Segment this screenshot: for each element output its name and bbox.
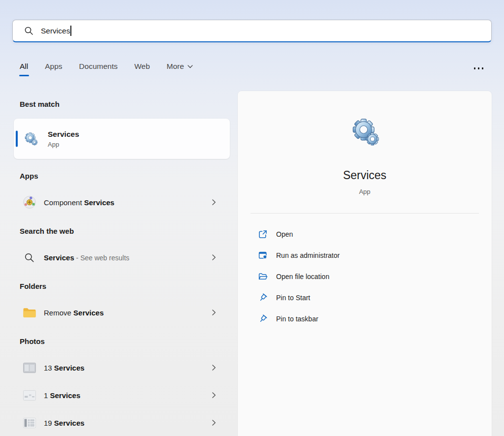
text-caret <box>70 26 71 36</box>
preview-panel: Services App Open <box>238 91 492 436</box>
selection-accent-bar <box>16 131 18 147</box>
chevron-right-icon[interactable] <box>212 199 217 206</box>
section-header-photos: Photos <box>20 337 238 346</box>
open-external-icon <box>257 229 268 239</box>
pin-icon <box>257 314 268 324</box>
windows-search-flyout: Services All Apps Documents Web More Bes… <box>0 0 504 436</box>
component-services-icon <box>22 195 36 209</box>
admin-shield-icon <box>257 250 268 260</box>
folder-open-icon <box>257 272 268 281</box>
chevron-right-icon[interactable] <box>212 364 217 371</box>
action-open[interactable]: Open <box>238 223 492 245</box>
folder-icon <box>22 307 36 318</box>
result-photo-1-services[interactable]: 1 Services <box>14 383 230 407</box>
chevron-right-icon[interactable] <box>212 419 217 426</box>
section-header-web: Search the web <box>20 227 238 236</box>
pin-icon <box>257 293 268 303</box>
divider <box>251 213 479 214</box>
chevron-down-icon <box>188 65 193 68</box>
section-header-best-match: Best match <box>20 100 238 109</box>
best-match-result[interactable]: Services App <box>14 119 230 159</box>
best-match-subtitle: App <box>48 141 79 148</box>
best-match-title: Services <box>48 130 79 139</box>
result-web-search[interactable]: Services - See web results <box>14 246 230 269</box>
chevron-right-icon[interactable] <box>212 392 217 399</box>
tab-web[interactable]: Web <box>134 62 150 72</box>
chevron-right-icon[interactable] <box>212 309 217 316</box>
section-header-folders: Folders <box>20 282 238 291</box>
result-photo-13-services[interactable]: 13 Services <box>14 356 230 379</box>
services-gears-icon <box>22 130 39 148</box>
preview-subtitle: App <box>238 188 492 195</box>
tab-apps[interactable]: Apps <box>45 62 62 72</box>
services-gears-icon-large <box>238 115 492 150</box>
search-icon <box>24 26 33 35</box>
action-open-file-location[interactable]: Open file location <box>238 266 492 287</box>
search-input[interactable]: Services <box>12 20 492 42</box>
more-options-icon[interactable] <box>473 64 485 72</box>
tab-all[interactable]: All <box>20 62 28 72</box>
search-filter-tabs: All Apps Documents Web More <box>20 62 193 72</box>
search-query-text: Services <box>41 27 70 35</box>
action-list: Open Run as administrator <box>238 223 492 329</box>
preview-title: Services <box>238 169 492 182</box>
action-pin-to-start[interactable]: Pin to Start <box>238 287 492 308</box>
section-header-apps: Apps <box>20 172 238 181</box>
tab-documents[interactable]: Documents <box>79 62 118 72</box>
photo-thumbnail-icon <box>22 390 36 401</box>
result-component-services[interactable]: Component Services <box>14 190 230 214</box>
action-run-as-administrator[interactable]: Run as administrator <box>238 245 492 266</box>
results-list: Best match <box>0 91 238 435</box>
photo-thumbnail-icon <box>22 418 36 428</box>
result-folder-remove-services[interactable]: Remove Services <box>14 301 230 324</box>
tab-more[interactable]: More <box>167 62 193 72</box>
chevron-right-icon[interactable] <box>212 254 217 261</box>
photo-thumbnail-icon <box>22 363 36 373</box>
search-icon <box>22 252 36 263</box>
result-photo-19-services[interactable]: 19 Services <box>14 411 230 435</box>
action-pin-to-taskbar[interactable]: Pin to taskbar <box>238 308 492 329</box>
